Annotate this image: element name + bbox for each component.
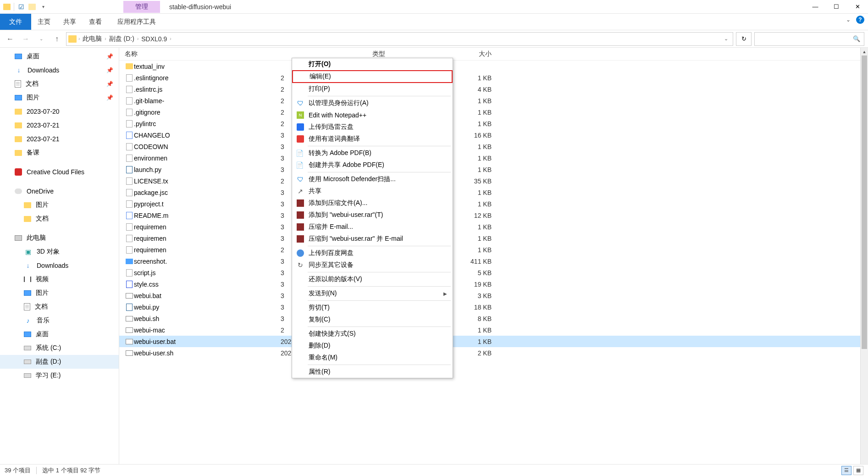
file-row[interactable]: .git-blame-2GIT-BLAME-IGNOR...1 KB — [119, 95, 868, 106]
file-row[interactable]: webui.bat3Windows 批处理文件3 KB — [119, 290, 868, 301]
search-input[interactable]: 🔍 — [754, 32, 864, 46]
context-menu-item[interactable]: 打印(P) — [292, 83, 453, 95]
sidebar-item[interactable]: OneDrive — [0, 184, 119, 198]
context-menu-item[interactable]: 属性(R) — [292, 366, 453, 378]
addr-dropdown-icon[interactable]: ⌄ — [724, 36, 728, 42]
context-menu-item[interactable]: 🛡以管理员身份运行(A) — [292, 97, 453, 109]
file-row[interactable]: screenshot.3PNG 文件411 KB — [119, 255, 868, 267]
file-row[interactable]: pyproject.t3Toml 源文件1 KB — [119, 198, 868, 210]
breadcrumb-folder[interactable]: SDXL0.9 — [140, 35, 168, 43]
sidebar-item[interactable]: 系统 (C:) — [0, 341, 119, 355]
sidebar-item[interactable]: 此电脑 — [0, 231, 119, 245]
file-row[interactable]: webui-user.bat2023/7/22 12:42Windows 批处理… — [119, 336, 868, 347]
context-menu-item[interactable]: 上传到百度网盘 — [292, 247, 453, 259]
file-row[interactable]: .pylintrc2PYLINTRC 文件1 KB — [119, 118, 868, 129]
minimize-button[interactable]: — — [805, 0, 826, 14]
file-row[interactable]: script.js3JavaScript 文件5 KB — [119, 267, 868, 278]
scroll-up-icon[interactable]: ▲ — [861, 48, 868, 55]
up-button[interactable]: ↑ — [50, 33, 63, 45]
close-button[interactable]: ✕ — [847, 0, 868, 14]
context-menu-item[interactable]: 编辑(E) — [292, 70, 453, 83]
sidebar-item[interactable]: ▣3D 对象 — [0, 245, 119, 259]
column-name-header[interactable]: 名称 — [125, 50, 281, 58]
manage-contextual-tab[interactable]: 管理 — [123, 1, 160, 13]
sidebar-item[interactable]: 2023-07-21 — [0, 118, 119, 132]
file-row[interactable]: webui.py3Python File18 KB — [119, 301, 868, 313]
context-menu-item[interactable]: NEdit with Notepad++ — [292, 109, 453, 121]
sidebar-item[interactable]: ♪音乐 — [0, 314, 119, 327]
context-menu-item[interactable]: 添加到 "webui-user.rar"(T) — [292, 209, 453, 221]
context-menu-item[interactable]: 压缩并 E-mail... — [292, 221, 453, 233]
sidebar-item[interactable]: 图片📌 — [0, 91, 119, 105]
chevron-right-icon[interactable]: › — [105, 36, 106, 41]
context-menu-item[interactable]: 创建快捷方式(S) — [292, 328, 453, 340]
context-menu-item[interactable]: 使用有道词典翻译 — [292, 133, 453, 145]
sidebar-item[interactable]: 文档 — [0, 300, 119, 314]
file-row[interactable]: textual_inv文件夹 — [119, 61, 868, 72]
context-menu-item[interactable]: 重命名(M) — [292, 352, 453, 364]
context-menu-item[interactable]: 压缩到 "webui-user.rar" 并 E-mail — [292, 233, 453, 245]
context-menu-item[interactable]: 打开(O) — [292, 58, 453, 70]
context-menu-item[interactable]: 删除(D) — [292, 340, 453, 352]
ribbon-view-tab[interactable]: 查看 — [83, 14, 108, 30]
scroll-thumb[interactable] — [862, 55, 867, 349]
sidebar-item[interactable]: ↓Downloads📌 — [0, 63, 119, 77]
sidebar-item[interactable]: 图片 — [0, 286, 119, 300]
sidebar-item[interactable]: 桌面 — [0, 327, 119, 341]
context-menu-item[interactable]: ↗共享 — [292, 185, 453, 197]
ribbon-home-tab[interactable]: 主页 — [31, 14, 57, 30]
sidebar-item[interactable]: 2023-07-20 — [0, 105, 119, 118]
file-row[interactable]: webui-user.sh2023/7/22 12:42SH 文件2 KB — [119, 347, 868, 359]
context-menu-item[interactable]: ↻同步至其它设备 — [292, 259, 453, 271]
large-icons-view-icon[interactable]: ▦ — [853, 466, 863, 475]
sidebar-item[interactable]: 备课 — [0, 146, 119, 160]
sidebar-item[interactable]: 文档 — [0, 212, 119, 226]
file-row[interactable]: style.css3层叠样式表文档19 KB — [119, 278, 868, 290]
chevron-right-icon[interactable]: › — [137, 36, 138, 41]
file-row[interactable]: webui-mac2SH 文件1 KB — [119, 324, 868, 336]
file-row[interactable]: LICENSE.tx2文本文档35 KB — [119, 175, 868, 187]
sidebar-item[interactable]: 视频 — [0, 272, 119, 286]
breadcrumb-disk[interactable]: 副盘 (D:) — [108, 35, 135, 43]
file-row[interactable]: .eslintrc.js2JavaScript 文件4 KB — [119, 83, 868, 95]
address-box[interactable]: › 此电脑 › 副盘 (D:) › SDXL0.9 › ⌄ — [66, 32, 733, 46]
file-row[interactable]: launch.py3Python File1 KB — [119, 164, 868, 175]
sidebar-item[interactable]: 2023-07-21 — [0, 132, 119, 146]
file-row[interactable]: CODEOWN3文件1 KB — [119, 141, 868, 152]
ribbon-file-tab[interactable]: 文件 — [0, 14, 31, 30]
qat-dropdown-icon[interactable]: ▾ — [39, 3, 47, 11]
file-row[interactable]: .eslintignore2ESLINTIGNORE 文件1 KB — [119, 72, 868, 83]
context-menu-item[interactable]: 📄转换为 Adobe PDF(B) — [292, 147, 453, 159]
context-menu-item[interactable]: 添加到压缩文件(A)... — [292, 197, 453, 209]
refresh-button[interactable]: ↻ — [736, 32, 752, 46]
sidebar-item[interactable]: 图片 — [0, 198, 119, 212]
sidebar-item[interactable]: 桌面📌 — [0, 50, 119, 63]
recent-dropdown-icon[interactable]: ⌄ — [35, 33, 48, 45]
chevron-right-icon[interactable]: › — [78, 36, 80, 41]
ribbon-collapse-icon[interactable]: ⌄ — [846, 17, 851, 23]
file-row[interactable]: environmen3YAML 文件1 KB — [119, 152, 868, 164]
context-menu-item[interactable]: 🛡使用 Microsoft Defender扫描... — [292, 173, 453, 185]
context-menu-item[interactable]: 剪切(T) — [292, 302, 453, 314]
file-row[interactable]: requiremen3文本文档1 KB — [119, 232, 868, 244]
sidebar-item[interactable]: 副盘 (D:) — [0, 355, 119, 369]
details-view-icon[interactable]: ☰ — [841, 466, 851, 475]
file-row[interactable]: webui.sh3SH 文件8 KB — [119, 313, 868, 324]
file-row[interactable]: requiremen3文本文档1 KB — [119, 221, 868, 232]
context-menu-item[interactable]: 发送到(N)▶ — [292, 288, 453, 299]
sidebar-item[interactable]: 文档📌 — [0, 77, 119, 91]
context-menu-item[interactable]: 还原以前的版本(V) — [292, 273, 453, 285]
context-menu-item[interactable]: 📄创建并共享 Adobe PDF(E) — [292, 159, 453, 171]
context-menu-item[interactable]: 上传到迅雷云盘 — [292, 121, 453, 133]
column-size-header[interactable]: 大小 — [446, 50, 492, 58]
sidebar-item[interactable]: ↓Downloads — [0, 259, 119, 272]
back-button[interactable]: ← — [4, 33, 17, 45]
chevron-right-icon[interactable]: › — [170, 36, 171, 41]
context-menu-item[interactable]: 复制(C) — [292, 314, 453, 326]
maximize-button[interactable]: ☐ — [826, 0, 847, 14]
new-folder-icon[interactable] — [28, 3, 36, 11]
breadcrumb-pc[interactable]: 此电脑 — [82, 35, 103, 43]
file-row[interactable]: CHANGELO3MD 文件16 KB — [119, 129, 868, 141]
file-row[interactable]: .gitignore2文本文档1 KB — [119, 106, 868, 118]
forward-button[interactable]: → — [19, 33, 32, 45]
